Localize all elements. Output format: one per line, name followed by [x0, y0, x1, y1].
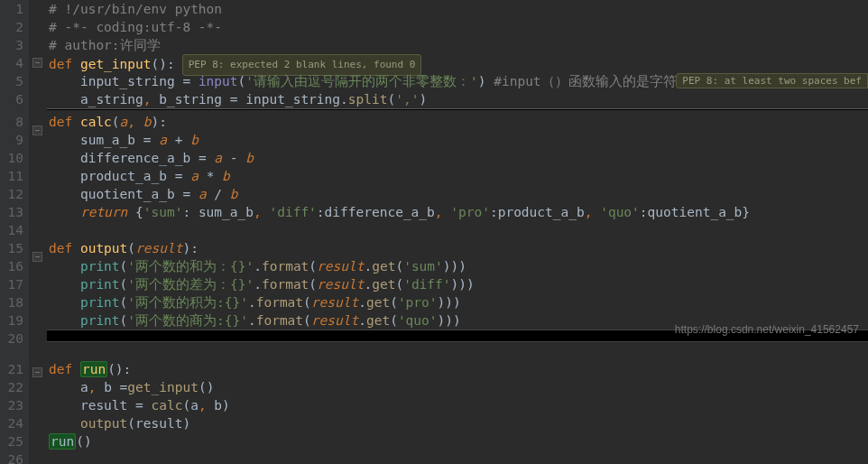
line-number: 8	[5, 113, 23, 131]
line-number: 10	[5, 149, 23, 167]
line-number: 5	[5, 72, 23, 90]
fold-column: − − − −	[29, 0, 47, 464]
line-number: 6	[5, 90, 23, 108]
code-line: product_a_b = a * b	[47, 167, 868, 185]
code-area[interactable]: # !/usr/bin/env python # -*- coding:utf-…	[47, 0, 868, 464]
line-number: 1	[5, 0, 23, 18]
fold-toggle-icon[interactable]: −	[32, 252, 42, 262]
code-line: run()	[47, 432, 868, 450]
line-number-gutter: 1 2 3 4 5 6 8 9 10 11 12 13 14 15 16 17 …	[0, 0, 29, 464]
line-number: 15	[5, 239, 23, 257]
code-line: # -*- coding:utf-8 -*-	[47, 18, 868, 36]
code-line: a, b =get_input()	[47, 378, 868, 396]
highlighted-identifier: run	[49, 433, 76, 450]
line-number: 17	[5, 275, 23, 293]
line-number: 20	[5, 329, 23, 348]
line-number: 11	[5, 167, 23, 185]
code-line: print('两个数的差为：{}'.format(result.get('dif…	[47, 275, 868, 293]
pep8-hint-right[interactable]: PEP 8: at least two spaces bef	[676, 73, 868, 88]
code-line: a_string, b_string = input_string.split(…	[47, 90, 868, 108]
line-number: 12	[5, 185, 23, 203]
code-line: def output(result):	[47, 239, 868, 257]
line-number: 19	[5, 311, 23, 329]
code-line: quotient_a_b = a / b	[47, 185, 868, 203]
highlighted-identifier: run	[80, 361, 107, 377]
line-number: 16	[5, 257, 23, 275]
comment: # -*- coding:utf-8 -*-	[49, 20, 222, 34]
line-number: 18	[5, 293, 23, 311]
line-number: 2	[5, 18, 23, 36]
watermark-text: https://blog.csdn.net/weixin_41562457	[675, 323, 859, 336]
line-number: 4	[5, 54, 23, 72]
code-line: sum_a_b = a + b	[47, 131, 868, 149]
code-line: # author:许同学	[47, 36, 868, 54]
line-number: 14	[5, 221, 23, 239]
line-number: 13	[5, 203, 23, 221]
code-editor[interactable]: 1 2 3 4 5 6 8 9 10 11 12 13 14 15 16 17 …	[0, 0, 868, 464]
code-line: output(result)	[47, 414, 868, 432]
comment: # author:许同学	[49, 38, 161, 52]
code-line: def get_input():PEP 8: expected 2 blank …	[47, 54, 868, 72]
code-line: def run():	[47, 360, 868, 378]
code-line: return {'sum': sum_a_b, 'diff':differenc…	[47, 203, 868, 221]
code-line: result = calc(a, b)	[47, 396, 868, 414]
code-line	[47, 342, 868, 360]
code-line	[47, 221, 868, 239]
fold-toggle-icon[interactable]: −	[32, 125, 42, 135]
comment: # !/usr/bin/env python	[49, 2, 222, 16]
fold-toggle-icon[interactable]: −	[32, 367, 42, 377]
code-line: def calc(a, b):	[47, 113, 868, 131]
line-number: 9	[5, 131, 23, 149]
code-line: print('两个数的和为：{}'.format(result.get('sum…	[47, 257, 868, 275]
line-number: 26	[5, 450, 23, 464]
line-number: 22	[5, 378, 23, 396]
line-number: 25	[5, 432, 23, 450]
line-number: 24	[5, 414, 23, 432]
code-line: print('两个数的积为:{}'.format(result.get('pro…	[47, 293, 868, 311]
code-line: difference_a_b = a - b	[47, 149, 868, 167]
line-number: 3	[5, 36, 23, 54]
line-number: 23	[5, 396, 23, 414]
code-line: # !/usr/bin/env python	[47, 0, 868, 18]
fold-toggle-icon[interactable]: −	[32, 58, 42, 68]
line-number: 21	[5, 360, 23, 378]
